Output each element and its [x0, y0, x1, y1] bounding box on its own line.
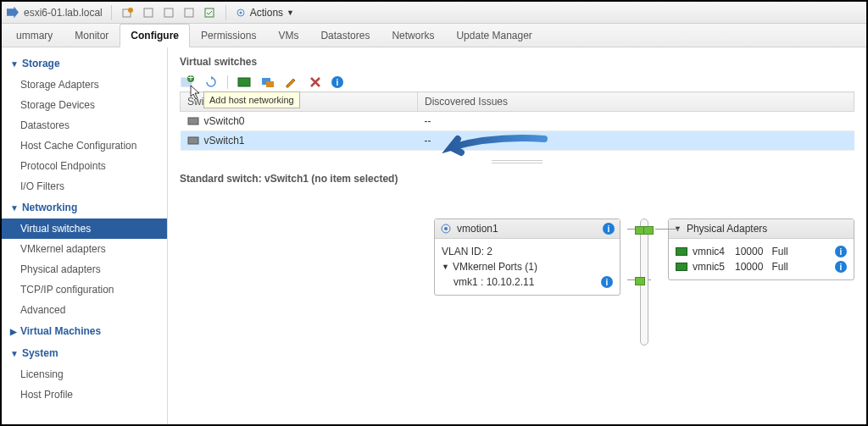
- tab-permissions[interactable]: Permissions: [190, 24, 267, 47]
- tooltip: Add host networking: [203, 91, 300, 108]
- column-header[interactable]: Discovered Issues: [418, 92, 854, 112]
- switch-name: vSwitch0: [204, 115, 245, 127]
- svg-rect-4: [185, 8, 193, 17]
- sidebar-item-storage-devices[interactable]: Storage Devices: [2, 95, 167, 115]
- sidebar-item-virtual-switches[interactable]: Virtual switches: [2, 219, 167, 239]
- host-icon: [7, 7, 19, 19]
- separator: [111, 5, 112, 20]
- tab-update-manager[interactable]: Update Manager: [445, 24, 542, 47]
- toolbar-btn-5[interactable]: [202, 5, 217, 20]
- nic-name: vmnic4: [693, 246, 725, 257]
- svg-point-17: [444, 227, 448, 230]
- svg-rect-5: [205, 8, 214, 17]
- sidebar-item-host-cache-configuration[interactable]: Host Cache Configuration: [2, 136, 167, 156]
- tab-monitor[interactable]: Monitor: [64, 24, 120, 47]
- portgroup-box[interactable]: vmotion1 i VLAN ID: 2 ▼ VMkernel Ports (…: [434, 219, 620, 296]
- section-title: Virtual switches: [180, 56, 854, 68]
- svg-rect-2: [144, 8, 153, 17]
- physical-adapters-header: Physical Adapters: [687, 223, 767, 235]
- sidebar-item-vmkernel-adapters[interactable]: VMkernel adapters: [2, 239, 167, 259]
- sidebar-item-physical-adapters[interactable]: Physical adapters: [2, 259, 167, 279]
- sidebar-group-networking[interactable]: ▼Networking: [2, 196, 167, 219]
- vmk-entry[interactable]: vmk1 : 10.10.2.11: [453, 276, 534, 288]
- separator: [227, 75, 228, 89]
- actions-menu[interactable]: Actions ▼: [235, 7, 294, 19]
- chevron-down-icon[interactable]: ▼: [442, 263, 449, 271]
- sidebar-group-system[interactable]: ▼System: [2, 342, 167, 364]
- edit-button[interactable]: [284, 75, 299, 90]
- topology-diagram: vmotion1 i VLAN ID: 2 ▼ VMkernel Ports (…: [434, 219, 854, 346]
- svg-text:+: +: [187, 75, 193, 84]
- svg-point-1: [128, 8, 133, 13]
- vlan-label: VLAN ID: 2: [442, 244, 613, 259]
- issues-cell: --: [418, 112, 854, 131]
- main-panel: Virtual switches + i Add host networking…: [168, 47, 866, 424]
- chevron-down-icon: ▼: [10, 59, 19, 69]
- tab-networks[interactable]: Networks: [381, 24, 445, 47]
- svg-rect-15: [188, 137, 198, 144]
- nic-name: vmnic5: [693, 261, 725, 273]
- toolbar-btn-1[interactable]: [120, 5, 136, 20]
- port-icon: [643, 226, 654, 235]
- issues-cell: --: [418, 131, 854, 151]
- title-bar: esxi6-01.lab.local Actions ▼: [2, 2, 866, 24]
- sidebar-group-storage[interactable]: ▼Storage: [2, 53, 167, 75]
- nic-speed: 10000: [735, 261, 763, 273]
- host-name: esxi6-01.lab.local: [24, 7, 103, 19]
- splitter[interactable]: [180, 158, 854, 166]
- info-icon[interactable]: i: [603, 223, 615, 235]
- vswitch-toolbar: + i Add host networking: [180, 75, 854, 90]
- portgroup-name: vmotion1: [457, 223, 498, 235]
- sidebar-item-tcp-ip-configuration[interactable]: TCP/IP configuration: [2, 279, 167, 300]
- switch-name: vSwitch1: [204, 135, 245, 147]
- nic-duplex: Full: [771, 261, 787, 273]
- toolbar-btn-4[interactable]: [181, 5, 197, 20]
- vmk-header: VMkernel Ports (1): [453, 261, 537, 273]
- vswitch-icon: [187, 115, 199, 127]
- sidebar-item-advanced[interactable]: Advanced: [2, 300, 167, 320]
- sidebar-item-host-profile[interactable]: Host Profile: [2, 385, 167, 405]
- port-icon: [635, 277, 645, 285]
- vswitch-bridge: [640, 219, 648, 346]
- nic-row[interactable]: vmnic410000Fulli: [676, 244, 847, 259]
- delete-button[interactable]: [308, 75, 323, 90]
- sidebar-item-i-o-filters[interactable]: I/O Filters: [2, 176, 167, 196]
- nic-icon: [676, 263, 687, 271]
- svg-rect-11: [238, 78, 250, 86]
- actions-label: Actions: [250, 7, 283, 19]
- sidebar-item-protocol-endpoints[interactable]: Protocol Endpoints: [2, 156, 167, 176]
- nic-speed: 10000: [735, 246, 763, 257]
- tab-configure[interactable]: Configure: [120, 24, 190, 47]
- nic-row[interactable]: vmnic510000Fulli: [676, 259, 847, 274]
- tab-datastores[interactable]: Datastores: [309, 24, 381, 47]
- tab-ummary[interactable]: ummary: [5, 24, 64, 47]
- info-icon[interactable]: i: [331, 76, 343, 88]
- sidebar-item-storage-adapters[interactable]: Storage Adapters: [2, 75, 167, 95]
- sidebar-group-virtual-machines[interactable]: ▶Virtual Machines: [2, 320, 167, 342]
- info-icon[interactable]: i: [835, 261, 847, 273]
- chevron-down-icon: ▼: [10, 203, 19, 213]
- toolbar-btn-3[interactable]: [161, 5, 176, 20]
- tab-vms[interactable]: VMs: [267, 24, 309, 47]
- toolbar-btn-2[interactable]: [141, 5, 156, 20]
- chevron-right-icon: ▶: [10, 327, 17, 336]
- sidebar-item-datastores[interactable]: Datastores: [2, 115, 167, 136]
- add-host-networking-button[interactable]: +: [180, 75, 195, 90]
- sidebar[interactable]: ▼StorageStorage AdaptersStorage DevicesD…: [2, 47, 168, 424]
- migrate-button[interactable]: [236, 75, 252, 90]
- separator: [225, 5, 226, 20]
- nic-icon: [676, 247, 687, 256]
- refresh-button[interactable]: [203, 75, 219, 90]
- tab-bar: ummaryMonitorConfigurePermissionsVMsData…: [2, 24, 866, 47]
- info-icon[interactable]: i: [835, 246, 847, 257]
- physical-adapters-box[interactable]: ▼ Physical Adapters vmnic410000Fullivmni…: [668, 219, 854, 280]
- sidebar-item-licensing[interactable]: Licensing: [2, 364, 167, 385]
- vswitch-icon: [187, 135, 199, 147]
- nic-duplex: Full: [771, 246, 787, 257]
- table-row[interactable]: vSwitch1--: [181, 131, 854, 151]
- portgroup-icon: [440, 223, 452, 235]
- table-row[interactable]: vSwitch0--: [181, 112, 854, 131]
- chevron-down-icon: ▼: [287, 8, 294, 17]
- manage-button[interactable]: [260, 75, 275, 90]
- info-icon[interactable]: i: [601, 276, 613, 288]
